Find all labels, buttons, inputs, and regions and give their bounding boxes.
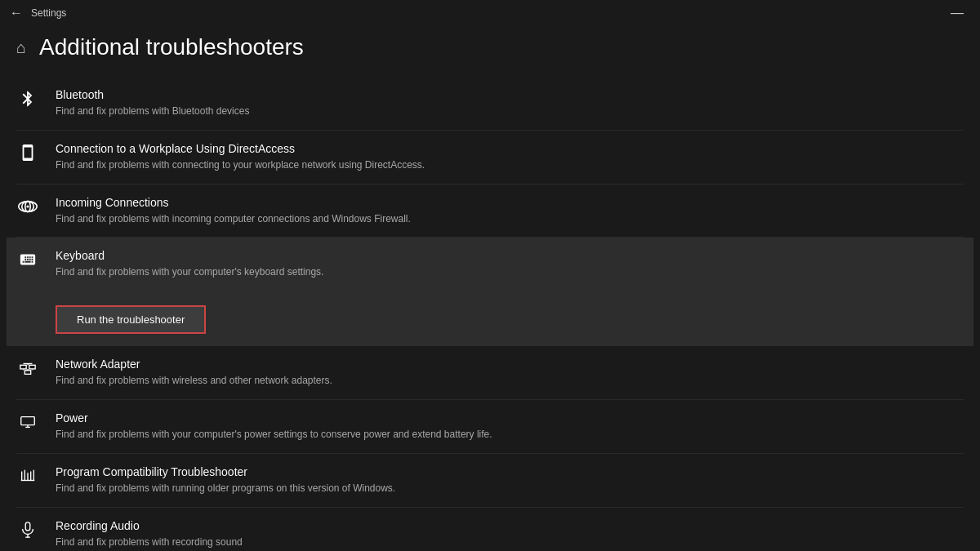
- keyboard-icon: [16, 251, 39, 269]
- incoming-icon: [16, 198, 39, 216]
- page-title: Additional troubleshooters: [39, 34, 304, 60]
- directaccess-name: Connection to a Workplace Using DirectAc…: [56, 142, 964, 155]
- compatibility-name: Program Compatibility Troubleshooter: [56, 465, 964, 478]
- power-desc: Find and fix problems with your computer…: [56, 428, 964, 442]
- list-item[interactable]: Connection to a Workplace Using DirectAc…: [16, 131, 964, 184]
- directaccess-desc: Find and fix problems with connecting to…: [56, 158, 964, 172]
- compatibility-text: Program Compatibility Troubleshooter Fin…: [56, 465, 964, 495]
- directaccess-icon: [16, 144, 39, 162]
- minimize-button[interactable]: —: [944, 6, 970, 20]
- window-title: Settings: [31, 7, 66, 19]
- list-item[interactable]: Recording Audio Find and fix problems wi…: [16, 508, 964, 551]
- page-header: ⌂ Additional troubleshooters: [0, 26, 980, 77]
- keyboard-name: Keyboard: [56, 249, 964, 262]
- network-desc: Find and fix problems with wireless and …: [56, 374, 964, 388]
- back-button[interactable]: ←: [10, 6, 23, 20]
- power-name: Power: [56, 411, 964, 424]
- list-item[interactable]: Network Adapter Find and fix problems wi…: [16, 346, 964, 400]
- list-item[interactable]: Power Find and fix problems with your co…: [16, 400, 964, 454]
- title-bar-left: ← Settings: [10, 6, 66, 20]
- compatibility-icon: [16, 467, 39, 485]
- compatibility-desc: Find and fix problems with running older…: [56, 482, 964, 495]
- network-icon: [16, 359, 39, 377]
- home-icon[interactable]: ⌂: [16, 38, 26, 57]
- svg-rect-12: [21, 417, 35, 425]
- list-item[interactable]: Program Compatibility Troubleshooter Fin…: [16, 454, 964, 508]
- directaccess-text: Connection to a Workplace Using DirectAc…: [56, 142, 964, 172]
- keyboard-desc: Find and fix problems with your computer…: [56, 265, 964, 279]
- audio-desc: Find and fix problems with recording sou…: [56, 535, 964, 549]
- bluetooth-name: Bluetooth: [56, 88, 964, 101]
- content-area: Bluetooth Find and fix problems with Blu…: [0, 77, 980, 551]
- audio-name: Recording Audio: [56, 519, 964, 532]
- keyboard-item[interactable]: Keyboard Find and fix problems with your…: [7, 238, 973, 346]
- bluetooth-icon: [16, 90, 39, 108]
- list-item[interactable]: Incoming Connections Find and fix proble…: [16, 184, 964, 238]
- run-troubleshooter-button[interactable]: Run the troubleshooter: [56, 305, 206, 334]
- bluetooth-text: Bluetooth Find and fix problems with Blu…: [56, 88, 964, 118]
- run-button-container: Run the troubleshooter: [16, 305, 206, 334]
- network-text: Network Adapter Find and fix problems wi…: [56, 358, 964, 388]
- svg-rect-6: [24, 371, 30, 375]
- keyboard-text: Keyboard Find and fix problems with your…: [56, 249, 964, 279]
- title-bar-controls: —: [944, 6, 970, 20]
- incoming-text: Incoming Connections Find and fix proble…: [56, 196, 964, 226]
- svg-rect-21: [25, 522, 30, 530]
- power-text: Power Find and fix problems with your co…: [56, 411, 964, 442]
- svg-rect-5: [29, 366, 35, 370]
- keyboard-row: Keyboard Find and fix problems with your…: [16, 249, 964, 279]
- incoming-name: Incoming Connections: [56, 196, 964, 209]
- audio-icon: [16, 521, 39, 539]
- power-icon: [16, 413, 39, 431]
- bluetooth-desc: Find and fix problems with Bluetooth dev…: [56, 104, 964, 118]
- title-bar: ← Settings —: [0, 0, 980, 26]
- network-name: Network Adapter: [56, 358, 964, 371]
- svg-point-3: [26, 205, 29, 207]
- audio-text: Recording Audio Find and fix problems wi…: [56, 519, 964, 549]
- list-item[interactable]: Bluetooth Find and fix problems with Blu…: [16, 77, 964, 131]
- svg-rect-4: [20, 366, 26, 370]
- incoming-desc: Find and fix problems with incoming comp…: [56, 212, 964, 226]
